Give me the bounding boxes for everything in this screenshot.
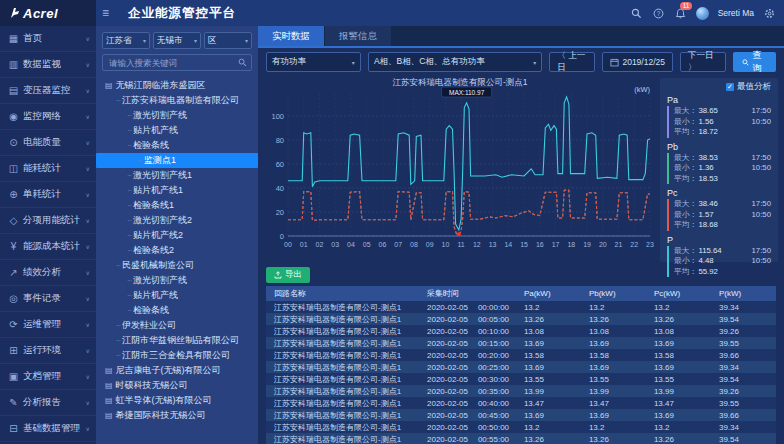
sidebar-item-home[interactable]: ▦首页∨ bbox=[0, 26, 96, 52]
gear-icon[interactable] bbox=[763, 7, 776, 20]
help-icon[interactable]: ? bbox=[652, 7, 665, 20]
tree-node[interactable]: ···激光切割产线1 bbox=[102, 168, 252, 183]
stats-row-value: 38.53 bbox=[698, 153, 718, 164]
sidebar-item-energy-cost[interactable]: ¥能源成本统计∨ bbox=[0, 234, 96, 260]
district-select[interactable]: 区▾ bbox=[204, 32, 252, 49]
svg-text:18: 18 bbox=[567, 241, 575, 248]
table-row[interactable]: 江苏安科瑞电器制造有限公司-测点12020-02-0500:50:0013.21… bbox=[266, 421, 776, 433]
tree-search-input[interactable] bbox=[107, 57, 238, 69]
chevron-down-icon: ∨ bbox=[84, 425, 90, 432]
sidebar-item-ops-management[interactable]: ⟳运维管理∨ bbox=[0, 312, 96, 338]
city-select[interactable]: 无锡市▾ bbox=[153, 32, 201, 49]
menu-toggle-icon[interactable]: ≡ bbox=[102, 0, 109, 26]
sidebar-item-label: 分析报告 bbox=[23, 396, 61, 409]
cell-pb: 13.26 bbox=[581, 313, 646, 325]
export-button[interactable]: 导出 bbox=[266, 267, 310, 283]
chart-area: 江苏安科瑞电器制造有限公司-测点1 0204060801000001020304… bbox=[262, 76, 658, 262]
sidebar-item-unit-consumption[interactable]: ⊕单耗统计∨ bbox=[0, 182, 96, 208]
tree-node[interactable]: ···检验条线 bbox=[102, 303, 252, 318]
sidebar-item-subitem-energy[interactable]: ◇分项用能统计∨ bbox=[0, 208, 96, 234]
avatar[interactable] bbox=[696, 7, 709, 20]
svg-text:13: 13 bbox=[489, 241, 497, 248]
svg-text:21: 21 bbox=[615, 241, 623, 248]
cell-pc: 13.08 bbox=[646, 325, 711, 337]
table-row[interactable]: 江苏安科瑞电器制造有限公司-测点12020-02-0500:25:0013.69… bbox=[266, 361, 776, 373]
next-day-button[interactable]: 下一日 〉 bbox=[680, 52, 726, 72]
prev-day-button[interactable]: 〈 上一日 bbox=[549, 52, 595, 72]
tab-realtime-data[interactable]: 实时数据 bbox=[258, 26, 324, 46]
tree-node[interactable]: ▤时硕科技无锡公司 bbox=[102, 378, 252, 393]
search-icon[interactable] bbox=[238, 58, 247, 67]
table-row[interactable]: 江苏安科瑞电器制造有限公司-测点12020-02-0500:05:0013.26… bbox=[266, 313, 776, 325]
tree-node[interactable]: ···激光切割产线 bbox=[102, 108, 252, 123]
stats-row-time: 10:50 bbox=[751, 117, 771, 128]
tree-node-selected[interactable]: ···监测点1 bbox=[96, 153, 258, 168]
sidebar-item-data-monitor[interactable]: ▥数据监视∨ bbox=[0, 52, 96, 78]
tree-node[interactable]: ···激光切割产线 bbox=[102, 273, 252, 288]
date-picker[interactable]: 2019/12/25 bbox=[602, 52, 673, 72]
province-select[interactable]: 江苏省▾ bbox=[102, 32, 150, 49]
sidebar-item-transformer[interactable]: ▤变压器监控∨ bbox=[0, 78, 96, 104]
sidebar-item-document[interactable]: ▣文档管理∨ bbox=[0, 364, 96, 390]
tab-alarm-info[interactable]: 报警信息 bbox=[325, 26, 391, 46]
tree-node[interactable]: ···民盛机械制造公司 bbox=[102, 258, 252, 273]
notifications-bell-icon[interactable]: 11 bbox=[674, 7, 687, 20]
tree-node[interactable]: ···检验条线2 bbox=[102, 243, 252, 258]
tree-node[interactable]: ▤无锡江阴临港东盛园区 bbox=[102, 78, 252, 93]
svg-text:22: 22 bbox=[630, 241, 638, 248]
metric-select[interactable]: 有功功率▾ bbox=[266, 52, 361, 72]
sidebar-item-power-quality[interactable]: ⊙电能质量∨ bbox=[0, 130, 96, 156]
stats-row-label: 最大： bbox=[674, 153, 697, 164]
table-header-cell: Pb(kW) bbox=[581, 286, 646, 301]
sidebar-item-network[interactable]: ◉监控网络∨ bbox=[0, 104, 96, 130]
tree-node[interactable]: ···贴片机产线 bbox=[102, 123, 252, 138]
table-row[interactable]: 江苏安科瑞电器制造有限公司-测点12020-02-0500:40:0013.47… bbox=[266, 397, 776, 409]
sidebar-item-report[interactable]: ✎分析报告∨ bbox=[0, 390, 96, 416]
tree-node[interactable]: ▤虹半导体(无锡)有限公司 bbox=[102, 393, 252, 408]
sidebar-item-base-data[interactable]: ⊟基础数据管理∨ bbox=[0, 416, 96, 442]
sidebar-item-performance[interactable]: ↗绩效分析∨ bbox=[0, 260, 96, 286]
table-row[interactable]: 江苏安科瑞电器制造有限公司-测点12020-02-0500:00:0013.21… bbox=[266, 301, 776, 313]
tree-node[interactable]: ···江阴市华益钢丝制品有限公司 bbox=[102, 333, 252, 348]
max-min-analysis-checkbox[interactable]: ✓ 最值分析 bbox=[667, 81, 771, 93]
search-icon[interactable] bbox=[630, 7, 643, 20]
sidebar-item-energy-stats[interactable]: ◫能耗统计∨ bbox=[0, 156, 96, 182]
sidebar-item-environment[interactable]: ⊞运行环境∨ bbox=[0, 338, 96, 364]
chevron-down-icon: ∨ bbox=[84, 399, 90, 406]
table-header-cell: 回路名称 bbox=[266, 286, 419, 301]
tree-node[interactable]: ···贴片机产线2 bbox=[102, 228, 252, 243]
ops-management-icon: ⟳ bbox=[7, 319, 20, 330]
app-window: ? 11 Sereti Ma Acrel ≡ 企业能源管控平台 ▦首页∨▥数据监… bbox=[0, 0, 784, 444]
tree-node[interactable]: ···江阴市三合金检具有限公司 bbox=[102, 348, 252, 363]
logo-mark-icon bbox=[10, 7, 20, 19]
tree-node[interactable]: ···检验条线 bbox=[102, 138, 252, 153]
tree-node[interactable]: ▤希捷国际科技无锡公司 bbox=[102, 408, 252, 423]
table-row[interactable]: 江苏安科瑞电器制造有限公司-测点12020-02-0500:10:0013.08… bbox=[266, 325, 776, 337]
tree-node[interactable]: ···贴片机产线1 bbox=[102, 183, 252, 198]
query-button[interactable]: 查询 bbox=[733, 52, 776, 72]
tree-node[interactable]: ▤尼吉康电子(无锡)有限公司 bbox=[102, 363, 252, 378]
tree-node[interactable]: ···伊发鞋业公司 bbox=[102, 318, 252, 333]
tree-node[interactable]: ···贴片机产线 bbox=[102, 288, 252, 303]
chevron-down-icon: ∨ bbox=[84, 61, 90, 68]
tree-node-label: 激光切割产线2 bbox=[133, 213, 192, 228]
table-row[interactable]: 江苏安科瑞电器制造有限公司-测点12020-02-0500:30:0013.55… bbox=[266, 373, 776, 385]
tree-node[interactable]: ···检验条线1 bbox=[102, 198, 252, 213]
cell-date: 2020-02-05 bbox=[427, 351, 468, 360]
tree-node[interactable]: ···激光切割产线2 bbox=[102, 213, 252, 228]
cell-date: 2020-02-05 bbox=[427, 423, 468, 432]
table-row[interactable]: 江苏安科瑞电器制造有限公司-测点12020-02-0500:55:0013.26… bbox=[266, 433, 776, 444]
sidebar-item-event-record[interactable]: ◎事件记录∨ bbox=[0, 286, 96, 312]
stats-row-min: 最小：1.5610:50 bbox=[674, 117, 771, 128]
stats-row-label: 平均： bbox=[674, 127, 697, 138]
table-row[interactable]: 江苏安科瑞电器制造有限公司-测点12020-02-0500:15:0013.69… bbox=[266, 337, 776, 349]
tree-node-label: 贴片机产线2 bbox=[133, 228, 183, 243]
phase-select[interactable]: A相、B相、C相、总有功功率▾ bbox=[368, 52, 542, 72]
table-row[interactable]: 江苏安科瑞电器制造有限公司-测点12020-02-0500:35:0013.99… bbox=[266, 385, 776, 397]
sidebar-item-label: 事件记录 bbox=[23, 292, 61, 305]
table-row[interactable]: 江苏安科瑞电器制造有限公司-测点12020-02-0500:20:0013.58… bbox=[266, 349, 776, 361]
table-row[interactable]: 江苏安科瑞电器制造有限公司-测点12020-02-0500:45:0013.69… bbox=[266, 409, 776, 421]
tree-node[interactable]: ···江苏安科瑞电器制造有限公司 bbox=[102, 93, 252, 108]
cell-time-value: 00:10:00 bbox=[478, 327, 509, 336]
cell-time: 2020-02-0500:50:00 bbox=[419, 421, 516, 433]
